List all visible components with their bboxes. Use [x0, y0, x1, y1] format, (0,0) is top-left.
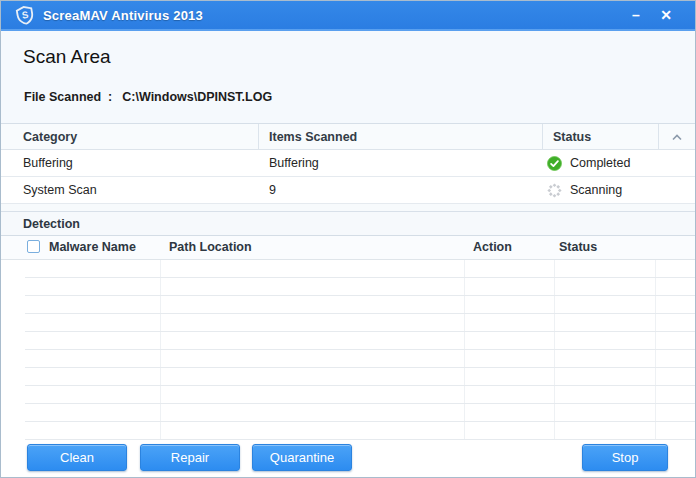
check-circle-icon — [547, 156, 562, 171]
action-button-bar: Clean Repair Quarantine Stop — [1, 440, 695, 477]
column-header-status: Status — [543, 124, 659, 149]
detection-table-header: Malware Name Path Location Action Status — [1, 236, 695, 260]
window-controls: – ✕ — [621, 2, 695, 28]
app-logo-shield-icon: S — [14, 4, 36, 26]
scan-row-buffering: Buffering Buffering Completed — [1, 150, 695, 177]
section-divider — [1, 204, 695, 211]
table-row — [25, 332, 695, 350]
table-row — [25, 422, 695, 440]
scan-table-header: Category Items Scanned Status — [1, 123, 695, 150]
column-header-action: Action — [473, 240, 512, 254]
table-row — [25, 368, 695, 386]
table-row — [25, 350, 695, 368]
select-all-checkbox[interactable] — [27, 240, 40, 253]
spinner-icon — [547, 183, 562, 198]
file-scanned-value: C:\Windows\DPINST.LOG — [122, 90, 272, 104]
column-header-status: Status — [559, 240, 597, 254]
column-header-category: Category — [1, 124, 259, 149]
table-row — [25, 386, 695, 404]
scan-row-system-scan: System Scan 9 Scanning — [1, 177, 695, 204]
scan-row-items: 9 — [259, 183, 543, 197]
file-scanned-line: File Scanned:C:\Windows\DPINST.LOG — [24, 90, 272, 104]
table-row — [25, 278, 695, 296]
table-row — [25, 296, 695, 314]
detection-table-body — [1, 260, 695, 440]
table-row — [25, 404, 695, 422]
file-scanned-colon: : — [108, 90, 112, 104]
minimize-button[interactable]: – — [621, 2, 651, 28]
detection-section-title: Detection — [1, 211, 695, 236]
scan-row-status-label: Scanning — [570, 183, 622, 197]
column-header-malware-name: Malware Name — [49, 240, 136, 254]
clean-button[interactable]: Clean — [27, 444, 127, 471]
chevron-up-icon — [672, 130, 682, 144]
scan-row-category: System Scan — [1, 183, 259, 197]
antivirus-window: S ScreaMAV Antivirus 2013 – ✕ Scan Area … — [0, 0, 696, 478]
scan-row-status-label: Completed — [570, 156, 630, 170]
table-row — [25, 314, 695, 332]
scan-area-section: Scan Area File Scanned:C:\Windows\DPINST… — [1, 31, 695, 123]
window-title: ScreaMAV Antivirus 2013 — [43, 8, 203, 23]
table-row — [25, 260, 695, 278]
quarantine-button[interactable]: Quarantine — [252, 444, 352, 471]
close-button[interactable]: ✕ — [651, 2, 681, 28]
scan-row-items: Buffering — [259, 156, 543, 170]
repair-button[interactable]: Repair — [140, 444, 240, 471]
stop-button[interactable]: Stop — [582, 444, 668, 471]
column-header-items-scanned: Items Scanned — [259, 124, 543, 149]
collapse-panel-control[interactable] — [659, 124, 695, 149]
title-bar: S ScreaMAV Antivirus 2013 – ✕ — [1, 1, 695, 31]
scan-row-category: Buffering — [1, 156, 259, 170]
page-title: Scan Area — [23, 46, 111, 68]
file-scanned-label: File Scanned — [24, 90, 101, 104]
column-header-path-location: Path Location — [169, 240, 252, 254]
